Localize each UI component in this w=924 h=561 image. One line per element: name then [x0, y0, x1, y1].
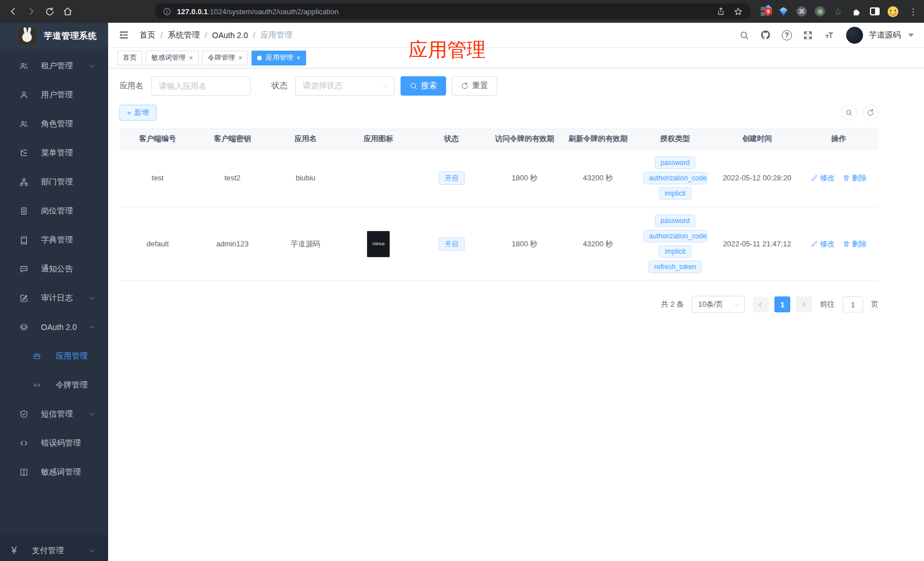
back-icon[interactable]	[5, 3, 22, 20]
menu-tree-icon	[19, 148, 28, 158]
access-token-validity: 1800 秒	[488, 173, 561, 183]
extension-emoji-icon[interactable]	[884, 0, 901, 23]
reset-button[interactable]: 重置	[452, 76, 497, 96]
forward-icon[interactable]	[23, 3, 40, 20]
status-badge: 开启	[439, 237, 465, 251]
users-icon	[19, 119, 28, 129]
edit-log-icon	[19, 294, 28, 303]
grant-types: password authorization_code implicit	[635, 156, 715, 200]
extension-grid-icon[interactable]: 9	[757, 0, 774, 23]
sidebar-item-oauth[interactable]: OAuth 2.0	[0, 312, 108, 341]
extension-record-icon[interactable]	[811, 0, 828, 23]
search-icon[interactable]	[739, 30, 749, 40]
tab-application[interactable]: 应用管理×	[251, 51, 306, 65]
toggle-search-button[interactable]	[841, 105, 857, 121]
user-name[interactable]: 芋道源码	[869, 30, 901, 40]
edit-pencil-icon	[811, 240, 818, 248]
breadcrumb-system[interactable]: 系统管理	[168, 30, 200, 40]
edit-button[interactable]: 修改	[811, 239, 835, 249]
url-text: 127.0.0.1:1024/system/oauth2/oauth2/appl…	[177, 7, 716, 16]
extensions-puzzle-icon[interactable]	[848, 0, 865, 23]
home-icon[interactable]	[59, 3, 76, 20]
tab-close-icon[interactable]: ×	[296, 54, 300, 62]
share-icon[interactable]	[716, 7, 725, 16]
avatar[interactable]	[846, 27, 863, 44]
delete-button[interactable]: 删除	[843, 239, 867, 249]
delete-button[interactable]: 删除	[843, 173, 867, 183]
sidebar-item-sms[interactable]: 短信管理	[0, 399, 108, 428]
chevron-down-icon	[89, 547, 98, 554]
page-size-select[interactable]: 10条/页	[692, 296, 745, 313]
sidebar-item-role[interactable]: 角色管理	[0, 109, 108, 138]
pagination: 共 2 条 10条/页 1 前往 页	[119, 296, 878, 313]
status-label: 状态	[271, 81, 287, 91]
extension-command-icon[interactable]: ⌘	[793, 0, 810, 23]
sidebar-item-tenant[interactable]: 租户管理	[0, 51, 108, 80]
font-size-icon[interactable]	[824, 30, 835, 40]
applications-table: 客户端编号 客户端密钥 应用名 应用图标 状态 访问令牌的有效期 刷新令牌的有效…	[119, 129, 878, 281]
tab-close-icon[interactable]: ×	[189, 54, 193, 62]
sidebar-item-dict[interactable]: 字典管理	[0, 225, 108, 254]
extension-star-icon[interactable]: ☆	[830, 0, 847, 23]
help-icon[interactable]: ?	[782, 30, 792, 40]
sidebar-item-pay[interactable]: ¥ 支付管理	[0, 536, 108, 561]
sidebar-item-error-code[interactable]: 错误码管理	[0, 428, 108, 457]
sidebar-menu: 租户管理 用户管理 角色管理 菜单管理 部门管理 岗位管理 字典管理	[0, 49, 108, 486]
app-name-label: 应用名	[119, 81, 143, 91]
sidebar-item-audit-log[interactable]: 审计日志	[0, 283, 108, 312]
trash-icon	[843, 174, 850, 182]
sidebar-item-sensitive-word[interactable]: 敏感词管理	[0, 457, 108, 486]
add-button[interactable]: + 新增	[119, 105, 156, 121]
sidebar-item-dept[interactable]: 部门管理	[0, 167, 108, 196]
fullscreen-icon[interactable]	[803, 30, 813, 40]
app-logo-row[interactable]: 芋道管理系统	[0, 23, 108, 49]
main-area: 首页 / 系统管理 / OAuth 2.0 / 应用管理 ? 芋道源码 首页 敏…	[108, 23, 924, 561]
sidebar-bottom-section: ¥ 支付管理 报表设计器	[0, 535, 108, 561]
sidebar-fold-icon[interactable]	[118, 30, 129, 40]
caret-down-icon[interactable]	[908, 34, 914, 37]
prev-page-button[interactable]	[753, 296, 769, 312]
breadcrumb-home[interactable]: 首页	[139, 30, 155, 40]
robot-icon	[19, 323, 28, 332]
tab-sensitive-word[interactable]: 敏感词管理×	[146, 51, 199, 65]
sidebar-item-notice[interactable]: 通知公告	[0, 254, 108, 283]
url-bar[interactable]: 127.0.0.1:1024/system/oauth2/oauth2/appl…	[155, 3, 751, 19]
app-logo	[18, 27, 36, 45]
browser-menu-icon[interactable]: ⋮	[905, 0, 922, 23]
github-icon[interactable]	[760, 30, 771, 40]
shield-check-icon	[19, 410, 28, 419]
tab-home[interactable]: 首页	[117, 51, 142, 65]
users-icon	[19, 61, 28, 71]
side-panel-icon[interactable]	[866, 0, 883, 23]
page-content: 应用名 状态 请选择状态 搜索 重置 + 新增	[108, 68, 890, 313]
table-row: default admin123 芋道源码 GitHub 开启 1800 秒 4…	[119, 207, 878, 281]
sidebar-item-oauth-token[interactable]: 令牌管理	[0, 370, 108, 399]
current-page[interactable]: 1	[774, 296, 790, 312]
sidebar-item-oauth-application[interactable]: 应用管理	[0, 341, 108, 370]
site-info-icon[interactable]	[163, 7, 171, 16]
tab-token[interactable]: 令牌管理×	[202, 51, 248, 65]
search-button[interactable]: 搜索	[401, 76, 446, 96]
app-name: biubiu	[269, 174, 342, 182]
filter-form: 应用名 状态 请选择状态 搜索 重置	[119, 76, 890, 96]
goto-page-input[interactable]	[843, 296, 863, 312]
status-select[interactable]: 请选择状态	[295, 76, 395, 96]
sidebar-item-menu[interactable]: 菜单管理	[0, 138, 108, 167]
goto-label: 前往	[820, 299, 835, 310]
chevron-up-icon	[89, 324, 98, 331]
bookmark-star-icon[interactable]	[733, 7, 743, 16]
sidebar-item-post[interactable]: 岗位管理	[0, 196, 108, 225]
refresh-table-button[interactable]	[863, 105, 878, 121]
breadcrumb-oauth[interactable]: OAuth 2.0	[212, 31, 248, 40]
tab-close-icon[interactable]: ×	[238, 54, 242, 62]
extension-gem-icon[interactable]	[775, 0, 792, 23]
sidebar-item-user[interactable]: 用户管理	[0, 80, 108, 109]
browser-toolbar: 127.0.0.1:1024/system/oauth2/oauth2/appl…	[0, 0, 924, 23]
reload-icon[interactable]	[41, 3, 58, 20]
app-name-input[interactable]	[151, 76, 251, 96]
client-id: test	[119, 174, 196, 182]
created-time: 2022-05-12 00:28:20	[715, 174, 799, 182]
next-page-button[interactable]	[796, 296, 812, 312]
extension-badge: 9	[765, 8, 772, 15]
edit-button[interactable]: 修改	[811, 173, 835, 183]
